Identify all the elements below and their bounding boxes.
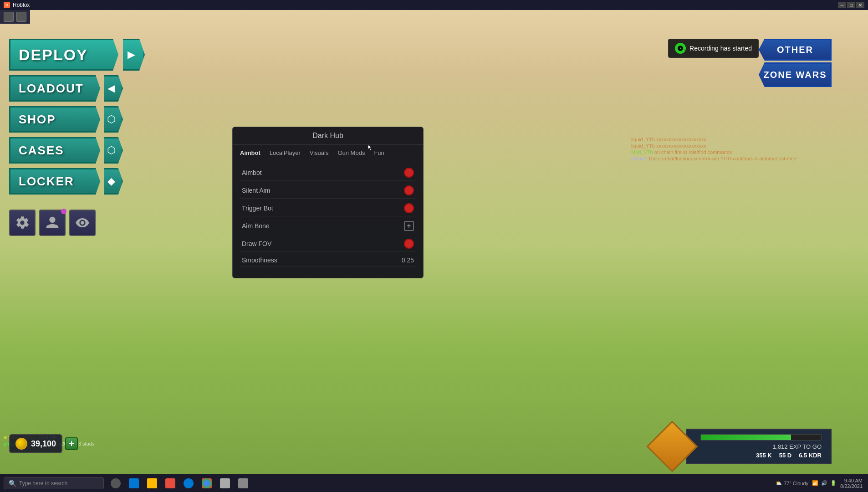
chat-text-1: xxxxxxxxxxxxxxxxxxxx [656, 137, 706, 142]
top-right-panel: OTHER ZONE WARS [759, 39, 832, 87]
taskbar-other[interactable] [235, 475, 251, 492]
chat-line-2: liquid_YTb xxxxxxxxxxxxxxxxxxxx [631, 143, 859, 149]
taskbar-icons [107, 475, 251, 492]
taskbar-search-icon: 🔍 [9, 480, 16, 487]
taskbar-search-text: Type here to search [19, 480, 67, 487]
locker-arrow[interactable]: ◆ [99, 168, 123, 195]
deploy-label: DEPLOY [19, 46, 88, 64]
aimbot-label: Aimbot [242, 169, 262, 176]
draw-fov-toggle[interactable] [404, 239, 414, 249]
shop-nav-item[interactable]: SHOP ⬡ [9, 106, 145, 133]
cases-button-main[interactable]: CASES [9, 137, 100, 164]
tab-fun[interactable]: Fun [372, 149, 386, 157]
deploy-nav-item[interactable]: DEPLOY ▶ [9, 39, 145, 71]
shop-icon: ⬡ [107, 113, 116, 125]
wifi-icon: 📶 [812, 480, 818, 486]
edge-icon [184, 478, 194, 488]
aimbot-toggle[interactable] [404, 168, 414, 178]
chat-name-2: liquid_YTb [631, 143, 655, 149]
cases-arrow[interactable]: ⬡ [99, 137, 123, 164]
taskbar: 🔍 Type here to search ⛅ 77° Cl [0, 474, 868, 492]
trigger-bot-toggle[interactable] [404, 203, 414, 213]
loadout-button-main[interactable]: LOADOUT [9, 75, 100, 102]
deaths-stat: 55 D [779, 452, 791, 459]
xp-to-go: 1,812 EXP TO GO [773, 443, 822, 450]
level-diamond [646, 420, 698, 472]
draw-fov-label: Draw FOV [242, 240, 271, 247]
loadout-arrow[interactable]: ◀ [99, 75, 123, 102]
person-icon [45, 215, 60, 230]
taskbar-cortana[interactable] [107, 475, 124, 492]
tab-localplayer[interactable]: LocalPlayer [268, 149, 302, 157]
tab-visuals[interactable]: Visuals [308, 149, 331, 157]
chat-line-3: Mod_YTb on chain fire at /ola/find comma… [631, 149, 859, 155]
chat-name-1: liquid_YTb [631, 137, 655, 142]
trigger-bot-item: Trigger Bot [240, 200, 416, 216]
trigger-bot-label: Trigger Bot [242, 205, 273, 212]
taskbar-edge[interactable] [180, 475, 197, 492]
dark-hub-tabs: Aimbot LocalPlayer Visuals Gun Mods Fun [233, 145, 423, 161]
zone-wars-button[interactable]: ZONE WARS [759, 62, 832, 87]
shop-button-main[interactable]: SHOP [9, 106, 100, 133]
app-icon: R [4, 2, 10, 8]
eye-icon [75, 215, 90, 230]
toolbar [0, 10, 30, 24]
currency-display: 39,100 + [9, 434, 78, 453]
recording-icon [675, 43, 686, 54]
clock-time: 9:40 AM [840, 478, 863, 483]
taskbar-weather: ⛅ 77° Cloudy [776, 480, 808, 486]
maximize-button[interactable]: □ [847, 2, 855, 8]
add-currency-button[interactable]: + [65, 437, 78, 450]
gear-icon [15, 215, 30, 230]
other-app-icon [238, 478, 248, 488]
level-stats: 1,812 EXP TO GO 355 K 55 D 6.5 KDR [686, 429, 832, 464]
title-bar-controls[interactable]: ─ □ ✕ [838, 2, 864, 8]
clock-date: 8/22/2021 [840, 483, 863, 489]
deploy-arrow[interactable]: ▶ [117, 39, 145, 71]
aim-bone-toggle[interactable]: + [404, 221, 414, 231]
aim-bone-label: Aim Bone [242, 222, 270, 230]
bottom-icons [9, 210, 96, 236]
cases-nav-item[interactable]: CASES ⬡ [9, 137, 145, 164]
minimize-button[interactable]: ─ [838, 2, 846, 8]
shop-arrow[interactable]: ⬡ [99, 106, 123, 133]
taskbar-explorer[interactable] [126, 475, 142, 492]
taskbar-search[interactable]: 🔍 Type here to search [4, 477, 104, 489]
taskbar-roblox[interactable] [217, 475, 233, 492]
toolbar-btn-1[interactable] [4, 12, 14, 22]
shop-label: SHOP [19, 113, 56, 127]
dark-hub-title: Dark Hub [233, 127, 423, 145]
locker-button-main[interactable]: LOCKER [9, 168, 100, 195]
close-button[interactable]: ✕ [856, 2, 864, 8]
chat-text-2: xxxxxxxxxxxxxxxxxxxx [656, 143, 706, 149]
weather-icon: ⛅ [776, 480, 782, 486]
tab-aimbot[interactable]: Aimbot [238, 149, 262, 157]
player-button[interactable] [39, 210, 66, 236]
draw-fov-item: Draw FOV [240, 236, 416, 252]
taskbar-chrome[interactable] [199, 475, 215, 492]
title-bar: R Roblox ─ □ ✕ [0, 0, 868, 10]
toolbar-btn-2[interactable] [16, 12, 26, 22]
taskbar-store[interactable] [162, 475, 179, 492]
locker-nav-item[interactable]: LOCKER ◆ [9, 168, 145, 195]
chat-name-4: Ricardl [631, 156, 647, 161]
coin-icon [15, 438, 27, 450]
eye-button[interactable] [69, 210, 96, 236]
record-icon [677, 45, 684, 51]
loadout-nav-item[interactable]: LOADOUT ◀ [9, 75, 145, 102]
recording-notification: Recording has started [668, 39, 759, 58]
tab-gunmods[interactable]: Gun Mods [336, 149, 367, 157]
settings-button[interactable] [9, 210, 36, 236]
dark-hub-items-list: Aimbot Silent Aim Trigger Bot Aim Bone +… [233, 161, 423, 271]
taskbar-clock: 9:40 AM 8/22/2021 [840, 478, 863, 489]
level-display: Lvl 27 1,812 EXP TO GO 355 K 55 D 6.5 KD… [654, 428, 832, 465]
deploy-button-main[interactable]: DEPLOY [9, 39, 118, 71]
other-button[interactable]: OTHER [759, 39, 832, 61]
taskbar-files[interactable] [144, 475, 160, 492]
currency-amount: 39,100 [31, 439, 56, 449]
silent-aim-toggle[interactable] [404, 185, 414, 195]
aim-bone-item: Aim Bone + [240, 218, 416, 234]
notification-badge [61, 209, 66, 214]
explorer-icon [129, 478, 139, 488]
taskbar-right: ⛅ 77° Cloudy 📶 🔊 🔋 9:40 AM 8/22/2021 [776, 478, 868, 489]
